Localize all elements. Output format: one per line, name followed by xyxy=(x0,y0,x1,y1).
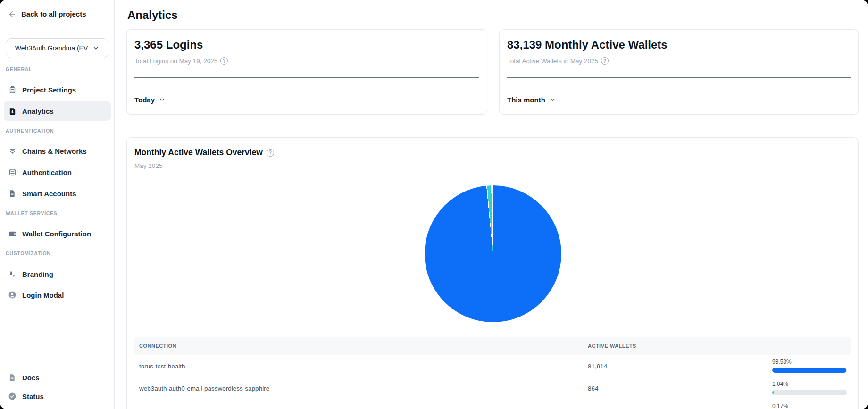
brush-icon xyxy=(8,269,17,279)
active-wallets-range-dropdown[interactable]: This month xyxy=(507,92,556,108)
back-label: Back to all projects xyxy=(21,10,86,18)
column-header-connection: CONNECTION xyxy=(139,337,176,355)
app-window: Back to all projects Web3Auth Grandma (E… xyxy=(0,0,868,409)
logins-stat-value: 3,365 Logins xyxy=(134,38,203,51)
clipboard-icon xyxy=(8,85,17,94)
back-to-projects-link[interactable]: Back to all projects xyxy=(0,0,115,28)
active-wallets-pie-chart[interactable] xyxy=(425,185,561,322)
progress-bar xyxy=(772,390,847,395)
section-label-customization: CUSTOMIZATION xyxy=(6,250,51,256)
sidebar-item-label: Chains & Networks xyxy=(22,147,87,155)
sidebar-item-label: Wallet Configuration xyxy=(22,230,91,238)
sidebar-item-wallet-configuration[interactable]: Wallet Configuration xyxy=(4,224,111,243)
sidebar-footer-divider xyxy=(0,363,114,363)
connection-cell: web3auth-google-sapphire xyxy=(139,400,215,409)
bar-chart-icon xyxy=(8,106,17,116)
section-label-authentication: AUTHENTICATION xyxy=(6,128,54,134)
active-wallets-stat-card: 83,139 Monthly Active Wallets Total Acti… xyxy=(499,29,859,115)
sidebar-item-docs[interactable]: Docs xyxy=(4,367,111,387)
sidebar-item-label: Project Settings xyxy=(22,86,76,94)
file-icon xyxy=(8,189,17,198)
wallets-cell: 81,914 xyxy=(588,355,607,377)
overview-title: Monthly Active Wallets Overview xyxy=(134,148,263,158)
sidebar-item-label: Analytics xyxy=(22,107,54,115)
table-row: torus-test-health 81,914 98.53% xyxy=(134,355,851,377)
table-row: web3auth-auth0-email-passwordless-sapphi… xyxy=(134,377,851,400)
active-wallets-stat-value: 83,139 Monthly Active Wallets xyxy=(507,38,668,51)
percent-label: 1.04% xyxy=(772,381,788,387)
section-label-general: GENERAL xyxy=(6,67,32,72)
wallets-cell: 864 xyxy=(588,377,599,400)
sidebar-item-label: Status xyxy=(22,392,44,401)
sidebar-item-status[interactable]: Status xyxy=(4,386,111,406)
table-header-row: CONNECTION ACTIVE WALLETS xyxy=(134,337,851,355)
wifi-icon xyxy=(8,146,17,156)
sidebar-item-authentication[interactable]: Authentication xyxy=(4,162,111,182)
percent-cell: 0.17% xyxy=(772,400,848,409)
progress-bar xyxy=(772,368,847,373)
sidebar-item-label: Authentication xyxy=(22,168,72,176)
overview-subtitle: May 2025 xyxy=(134,162,162,169)
section-label-wallet-services: WALLET SERVICES xyxy=(6,210,58,216)
chevron-down-icon xyxy=(159,97,165,103)
wallet-icon xyxy=(8,229,17,238)
active-wallets-stat-subtitle: Total Active Wallets in May 2025 xyxy=(507,58,598,65)
percent-label: 98.53% xyxy=(772,359,792,365)
sidebar-item-smart-accounts[interactable]: Smart Accounts xyxy=(4,184,111,203)
range-value: This month xyxy=(507,96,545,104)
table-row: web3auth-google-sapphire 145 0.17% xyxy=(134,400,851,409)
page-title: Analytics xyxy=(127,8,178,22)
project-selector-value: Web3Auth Grandma (EV xyxy=(15,44,88,52)
sidebar-item-analytics[interactable]: Analytics xyxy=(4,101,111,121)
connection-cell: web3auth-auth0-email-passwordless-sapphi… xyxy=(139,377,269,400)
sidebar-item-branding[interactable]: Branding xyxy=(4,264,111,284)
help-icon[interactable]: ? xyxy=(601,57,609,65)
sidebar: Back to all projects Web3Auth Grandma (E… xyxy=(0,0,115,409)
wallets-cell: 145 xyxy=(588,400,599,409)
sidebar-item-label: Login Modal xyxy=(22,291,64,299)
help-icon[interactable]: ? xyxy=(267,149,274,157)
logins-stat-card: 3,365 Logins Total Logins on May 19, 202… xyxy=(126,29,487,115)
user-circle-icon xyxy=(8,290,17,300)
stat-card-divider xyxy=(134,77,479,78)
sidebar-item-label: Smart Accounts xyxy=(22,190,76,198)
monthly-active-wallets-overview-card: Monthly Active Wallets Overview ? May 20… xyxy=(126,137,859,409)
percent-cell: 98.53% xyxy=(772,355,848,377)
percent-cell: 1.04% xyxy=(772,377,848,400)
sidebar-item-login-modal[interactable]: Login Modal xyxy=(4,285,111,305)
logins-stat-subtitle: Total Logins on May 19, 2025 xyxy=(134,58,217,65)
percent-label: 0.17% xyxy=(772,403,788,409)
doc-icon xyxy=(8,373,17,382)
database-icon xyxy=(8,167,17,177)
chevron-down-icon xyxy=(550,97,556,103)
chevron-down-icon xyxy=(92,45,99,51)
connection-cell: torus-test-health xyxy=(139,355,185,377)
help-icon[interactable]: ? xyxy=(220,57,228,65)
sidebar-item-label: Docs xyxy=(22,374,40,382)
project-selector-dropdown[interactable]: Web3Auth Grandma (EV xyxy=(6,38,108,58)
sidebar-item-label: Branding xyxy=(22,270,53,278)
column-header-active-wallets: ACTIVE WALLETS xyxy=(588,337,636,355)
arrow-left-icon xyxy=(8,10,17,18)
sidebar-item-chains-networks[interactable]: Chains & Networks xyxy=(4,141,111,161)
range-value: Today xyxy=(134,96,155,104)
stat-card-divider xyxy=(507,77,851,78)
sidebar-item-project-settings[interactable]: Project Settings xyxy=(4,80,111,100)
logins-range-dropdown[interactable]: Today xyxy=(134,92,165,108)
check-circle-icon xyxy=(8,392,17,401)
connections-table: CONNECTION ACTIVE WALLETS torus-test-hea… xyxy=(134,337,851,409)
